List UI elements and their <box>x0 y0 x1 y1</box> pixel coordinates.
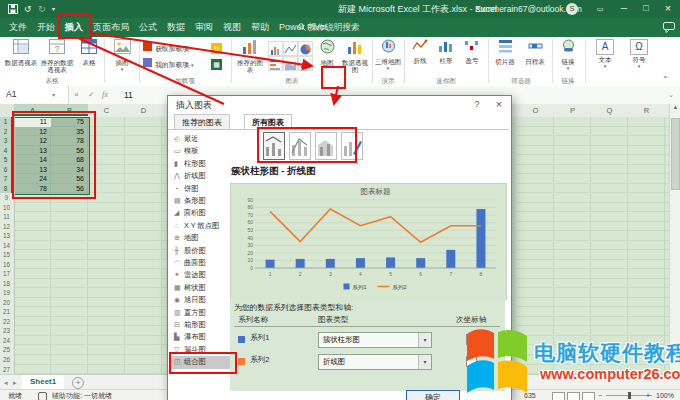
col-header-O[interactable]: O <box>517 104 554 116</box>
ribbon-tab-8[interactable]: 帮助 <box>246 18 274 37</box>
row-header-22[interactable]: 22 <box>0 317 13 327</box>
row-header-1[interactable]: 1 <box>0 117 13 127</box>
people-graph-icon[interactable]: ▦ <box>211 59 222 70</box>
name-box-arrow-icon[interactable]: ▾ <box>52 86 55 104</box>
chart-type-recent[interactable]: ◴最近 <box>171 133 230 145</box>
chart-type-stock[interactable]: ╫股价图 <box>171 245 230 257</box>
tab-recommended-charts[interactable]: 推荐的图表 <box>174 114 230 130</box>
close-button[interactable]: × <box>658 0 678 18</box>
row-header-4[interactable]: 4 <box>0 146 13 156</box>
symbol-button[interactable]: Ω 符号 ▾ <box>624 38 654 76</box>
row-header-23[interactable]: 23 <box>0 326 13 336</box>
slicer-button[interactable]: 切片器 <box>491 38 519 76</box>
bing-maps-icon[interactable]: b <box>211 43 222 54</box>
row-header-9[interactable]: 9 <box>0 193 13 203</box>
ribbon-display-options-icon[interactable]: ▭ <box>590 0 610 18</box>
minimize-button[interactable]: ─ <box>614 0 634 18</box>
chart-type-scatter[interactable]: ∴X Y 散点图 <box>171 220 230 232</box>
chart-type-funnel[interactable]: ▽漏斗图 <box>171 344 230 356</box>
cell-B5[interactable]: 68 <box>51 155 87 165</box>
cell-A6[interactable]: 13 <box>14 165 50 175</box>
col-header-Q[interactable]: Q <box>591 104 628 116</box>
chart-type-bar[interactable]: ▤条形图 <box>171 195 230 207</box>
cell-A3[interactable]: 12 <box>14 136 50 146</box>
tab-all-charts[interactable]: 所有图表 <box>244 114 292 130</box>
dialog-close-button[interactable]: × <box>488 96 510 112</box>
pivot-table-button[interactable]: 数据透视表 <box>4 38 38 76</box>
subtype-clustered-column-line[interactable] <box>263 132 285 160</box>
ribbon-tab-0[interactable]: 文件 <box>4 18 32 37</box>
col-header-P[interactable]: P <box>554 104 591 116</box>
collapse-ribbon-icon[interactable]: ⌃ <box>662 75 669 84</box>
avatar[interactable]: S <box>566 3 578 15</box>
column-chart-mini-icon[interactable] <box>268 41 283 56</box>
row-header-6[interactable]: 6 <box>0 165 13 175</box>
sheet-nav-left-icon[interactable]: ◂ <box>4 375 8 390</box>
name-box[interactable]: A1 <box>0 86 69 103</box>
scatter-chart-mini-icon[interactable] <box>298 56 313 71</box>
expand-formula-bar-icon[interactable]: ⌄ <box>668 86 674 104</box>
chart-type-area[interactable]: ◢面积图 <box>171 207 230 219</box>
subtype-column-line-secondary[interactable] <box>289 132 311 160</box>
insert-function-icon[interactable]: fx <box>102 86 108 104</box>
chart-type-surface[interactable]: ◠曲面图 <box>171 257 230 269</box>
chart-type-combo[interactable]: ◫组合图 <box>171 356 230 368</box>
col-header-C[interactable]: C <box>88 104 125 116</box>
cell-B1[interactable]: 75 <box>51 117 87 127</box>
row-header-19[interactable]: 19 <box>0 288 13 298</box>
subtype-stacked-area-column[interactable] <box>315 132 337 160</box>
ribbon-tab-1[interactable]: 开始 <box>32 18 60 37</box>
col-header-R[interactable]: R <box>628 104 665 116</box>
maximize-button[interactable]: □ <box>636 0 656 18</box>
chart-type-histogram[interactable]: ▥直方图 <box>171 307 230 319</box>
new-sheet-button[interactable]: + <box>72 377 84 389</box>
cancel-entry-icon[interactable]: × <box>74 86 79 104</box>
comment-icon[interactable] <box>663 22 675 33</box>
row-header-18[interactable]: 18 <box>0 279 13 289</box>
row-header-12[interactable]: 12 <box>0 222 13 232</box>
table-button[interactable]: 表格 <box>76 38 102 76</box>
ribbon-tab-6[interactable]: 审阅 <box>190 18 218 37</box>
maps-button[interactable]: 地图 <box>316 38 338 76</box>
normal-view-icon[interactable] <box>552 392 565 400</box>
row-header-21[interactable]: 21 <box>0 307 13 317</box>
chart-type-sunburst[interactable]: ◉旭日图 <box>171 294 230 306</box>
subtype-custom-combination[interactable] <box>341 132 363 160</box>
timeline-button[interactable]: 日程表 <box>521 38 549 76</box>
row-header-13[interactable]: 13 <box>0 231 13 241</box>
row-header-10[interactable]: 10 <box>0 203 13 213</box>
row-header-7[interactable]: 7 <box>0 174 13 184</box>
recommended-charts-button[interactable]: 推荐的图表 <box>234 38 266 76</box>
chart-type-boxplot[interactable]: ⊟箱形图 <box>171 319 230 331</box>
row-header-25[interactable]: 25 <box>0 345 13 355</box>
tell-me-search[interactable]: 操作说明搜索 <box>298 18 359 37</box>
confirm-entry-icon[interactable]: ✓ <box>88 86 95 104</box>
page-break-view-icon[interactable] <box>582 392 595 400</box>
row-header-17[interactable]: 17 <box>0 269 13 279</box>
undo-icon[interactable]: ↺ <box>24 0 32 18</box>
chart-type-pie[interactable]: ◔饼图 <box>171 183 230 195</box>
cell-B6[interactable]: 34 <box>51 165 87 175</box>
chart-type-waterfall[interactable]: ▙瀑布图 <box>171 331 230 343</box>
area-chart-mini-icon[interactable] <box>283 56 298 71</box>
row-header-16[interactable]: 16 <box>0 260 13 270</box>
accessibility-status[interactable]: 辅助功能: 一切就绪 <box>52 390 112 400</box>
cell-B2[interactable]: 35 <box>51 127 87 137</box>
row-header-5[interactable]: 5 <box>0 155 13 165</box>
page-layout-view-icon[interactable] <box>567 392 580 400</box>
row-header-8[interactable]: 8 <box>0 184 13 194</box>
chart-type-templates[interactable]: ▭模板 <box>171 145 230 157</box>
row-header-27[interactable]: 27 <box>0 365 13 375</box>
row-header-3[interactable]: 3 <box>0 136 13 146</box>
sheet-nav-right-icon[interactable]: ▸ <box>13 375 17 390</box>
row-header-2[interactable]: 2 <box>0 127 13 137</box>
chart-type-mapchart[interactable]: ⊕地图 <box>171 232 230 244</box>
col-header-D[interactable]: D <box>125 104 162 116</box>
sparkline-line-button[interactable]: 折线 <box>408 38 432 76</box>
save-icon[interactable] <box>8 4 18 14</box>
col-header-B[interactable]: B <box>51 104 88 116</box>
chart-type-line[interactable]: ⋀折线图 <box>171 170 230 182</box>
chart-type-radar[interactable]: ✶雷达图 <box>171 269 230 281</box>
chart-type-treemap[interactable]: ▦树状图 <box>171 282 230 294</box>
ribbon-tab-7[interactable]: 视图 <box>218 18 246 37</box>
